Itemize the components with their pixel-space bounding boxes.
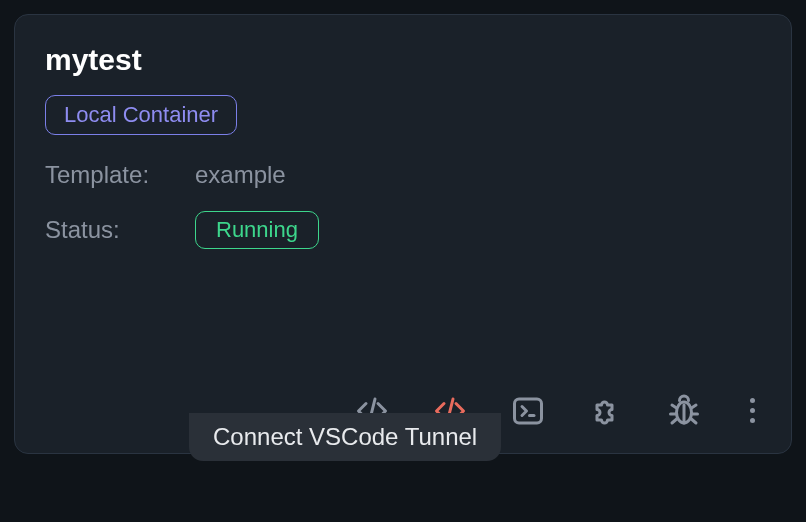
svg-line-7 [692, 405, 697, 408]
template-row: Template: example [45, 161, 761, 189]
template-label: Template: [45, 161, 195, 189]
container-type-badge: Local Container [45, 95, 237, 135]
more-icon[interactable] [744, 392, 761, 429]
terminal-icon[interactable] [510, 393, 546, 429]
status-badge: Running [195, 211, 319, 249]
status-row: Status: Running [45, 211, 761, 249]
status-label: Status: [45, 216, 195, 244]
puzzle-icon[interactable] [588, 393, 624, 429]
svg-line-10 [672, 418, 677, 423]
container-title: mytest [45, 43, 761, 77]
svg-line-6 [672, 405, 677, 408]
container-card: mytest Local Container Template: example… [14, 14, 792, 454]
bug-icon[interactable] [666, 393, 702, 429]
svg-line-11 [691, 418, 696, 423]
tooltip: Connect VSCode Tunnel [189, 413, 501, 461]
template-value: example [195, 161, 286, 189]
